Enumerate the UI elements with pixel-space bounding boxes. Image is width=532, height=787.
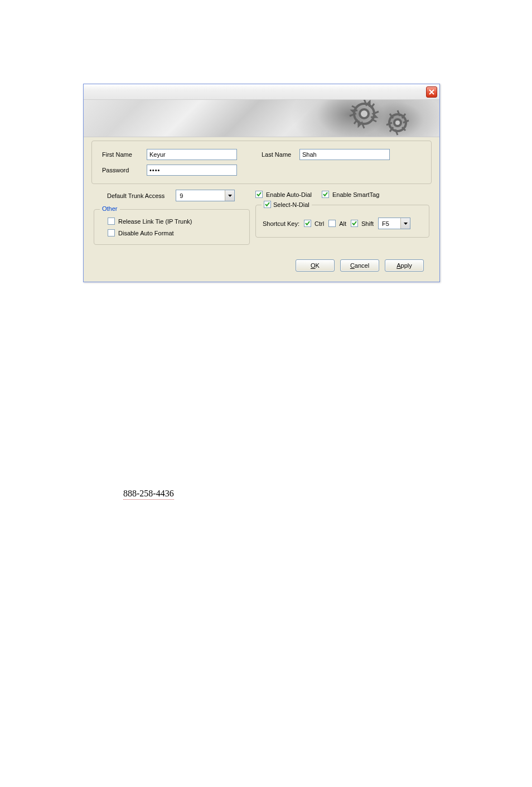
password-label: Password — [102, 167, 142, 173]
alt-label: Alt — [339, 220, 346, 227]
ctrl-option[interactable]: Ctrl — [304, 220, 324, 227]
checkbox-icon — [108, 229, 115, 236]
cancel-button[interactable]: Cancel — [340, 259, 379, 272]
select-n-dial-fieldset: Select-N-Dial Shortcut Key: Ctrl — [255, 205, 429, 238]
checkbox-icon — [328, 220, 336, 227]
release-link-label: Release Link Tie (IP Trunk) — [118, 218, 192, 225]
ctrl-label: Ctrl — [315, 220, 324, 227]
button-row: OK Cancel Apply — [91, 249, 432, 275]
phone-number-text: 888-258-4436 — [123, 489, 174, 500]
gears-icon — [331, 100, 431, 137]
enable-smarttag-label: Enable SmartTag — [332, 191, 379, 198]
checkbox-icon — [322, 191, 329, 198]
disable-auto-format-option[interactable]: Disable Auto Format — [108, 229, 241, 236]
last-name-input[interactable] — [299, 149, 390, 160]
last-name-label: Last Name — [262, 151, 295, 158]
trunk-label: Default Trunk Access — [107, 192, 165, 199]
ok-button[interactable]: OK — [296, 259, 335, 272]
checkbox-icon — [108, 218, 115, 225]
titlebar — [84, 84, 439, 100]
shortcut-key-select[interactable]: F5 — [378, 218, 410, 229]
svg-point-3 — [394, 119, 401, 126]
other-legend: Other — [100, 205, 120, 212]
disable-auto-format-label: Disable Auto Format — [118, 230, 174, 236]
enable-auto-dial-label: Enable Auto-Dial — [266, 191, 312, 198]
alt-option[interactable]: Alt — [328, 220, 346, 227]
apply-button[interactable]: Apply — [385, 259, 424, 272]
close-button[interactable] — [426, 86, 437, 98]
shortcut-key-value: F5 — [379, 220, 400, 227]
shift-option[interactable]: Shift — [351, 220, 374, 227]
enable-smarttag-option[interactable]: Enable SmartTag — [322, 191, 379, 198]
release-link-option[interactable]: Release Link Tie (IP Trunk) — [108, 218, 241, 225]
shift-label: Shift — [361, 220, 374, 227]
select-n-dial-legend[interactable]: Select-N-Dial — [262, 201, 312, 208]
svg-point-1 — [360, 109, 369, 118]
chevron-down-icon — [400, 218, 410, 229]
first-name-label: First Name — [102, 151, 142, 158]
identity-panel: First Name Last Name Password — [91, 141, 432, 184]
password-input[interactable] — [147, 165, 237, 176]
trunk-select[interactable]: 9 — [176, 190, 235, 201]
select-n-dial-label: Select-N-Dial — [273, 201, 309, 208]
banner-image — [84, 100, 439, 137]
chevron-down-icon — [225, 190, 234, 201]
shortcut-key-label: Shortcut Key: — [263, 220, 299, 227]
enable-auto-dial-option[interactable]: Enable Auto-Dial — [255, 191, 312, 198]
dialog-content: First Name Last Name Password Default Tr… — [84, 137, 439, 282]
checkbox-icon — [351, 220, 358, 227]
other-fieldset: Other Release Link Tie (IP Trunk) Disabl… — [94, 209, 250, 245]
options-row: Default Trunk Access 9 Other Rele — [91, 190, 432, 245]
checkbox-icon — [304, 220, 311, 227]
dialog-window: First Name Last Name Password Default Tr… — [83, 84, 440, 282]
checkbox-icon — [264, 201, 271, 208]
close-icon — [429, 89, 434, 95]
first-name-input[interactable] — [147, 149, 237, 160]
trunk-value: 9 — [176, 192, 225, 199]
checkbox-icon — [255, 191, 263, 198]
